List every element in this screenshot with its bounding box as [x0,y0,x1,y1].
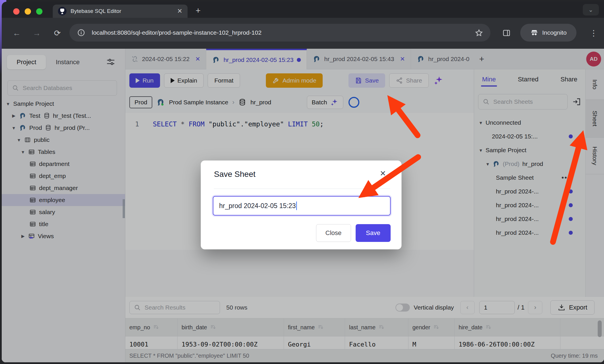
browser-tab-close-icon[interactable]: ✕ [177,7,182,15]
incognito-icon [530,28,539,37]
window-zoom-button[interactable] [36,8,42,15]
bookmark-star-icon[interactable] [474,28,484,39]
tab-search-button[interactable]: ⌄ [583,4,599,15]
forward-button[interactable]: → [32,29,41,38]
site-info-icon[interactable] [77,28,85,37]
window-close-button[interactable] [13,8,20,15]
browser-menu-icon[interactable]: ⋮ [589,29,598,38]
modal-title: Save Sheet [214,170,256,179]
new-tab-button[interactable]: + [196,6,201,15]
incognito-badge: Incognito [520,24,576,42]
browser-window: Bytebase SQL Editor ✕ + ⌄ ← → ⟳ localhos… [2,2,604,362]
modal-close-button[interactable]: Close [316,224,351,242]
save-sheet-modal: Save Sheet ✕ hr_prod 2024-02-05 15:23 Cl… [201,161,402,249]
back-button[interactable]: ← [12,29,21,38]
browser-navbar: ← → ⟳ localhost:8080/sql-editor/prod-sam… [2,18,604,49]
browser-tab-title: Bytebase SQL Editor [71,8,121,14]
sheet-name-input[interactable]: hr_prod 2024-02-05 15:23 [213,196,391,216]
reload-button[interactable]: ⟳ [53,29,62,38]
url-bar[interactable]: localhost:8080/sql-editor/prod-sample-in… [69,24,490,42]
text-caret [296,201,297,210]
sheet-name-value: hr_prod 2024-02-05 15:23 [219,202,296,210]
browser-tabstrip: Bytebase SQL Editor ✕ + ⌄ [2,2,604,18]
url-text: localhost:8080/sql-editor/prod-sample-in… [92,29,262,36]
modal-divider [214,189,390,189]
modal-close-icon[interactable]: ✕ [380,169,386,178]
modal-save-button[interactable]: Save [356,224,391,242]
incognito-label: Incognito [542,29,566,36]
window-minimize-button[interactable] [25,8,31,15]
side-panel-icon[interactable] [502,28,511,39]
browser-tab[interactable]: Bytebase SQL Editor ✕ [53,5,188,18]
bytebase-favicon [58,7,67,15]
